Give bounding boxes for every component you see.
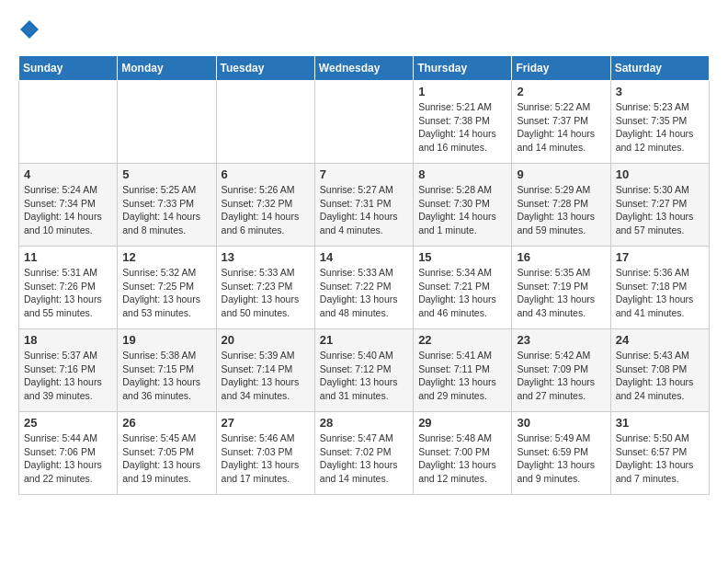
day-info: Sunrise: 5:24 AMSunset: 7:34 PMDaylight:… <box>24 183 112 237</box>
day-info: Sunrise: 5:49 AMSunset: 6:59 PMDaylight:… <box>517 431 605 486</box>
day-number: 26 <box>122 416 210 430</box>
day-number: 11 <box>24 250 112 264</box>
calendar-cell: 22Sunrise: 5:41 AMSunset: 7:11 PMDayligh… <box>414 329 512 412</box>
day-info: Sunrise: 5:32 AMSunset: 7:25 PMDaylight:… <box>122 266 210 320</box>
day-number: 5 <box>122 167 210 181</box>
calendar-table: SundayMondayTuesdayWednesdayThursdayFrid… <box>18 55 710 495</box>
calendar-cell: 17Sunrise: 5:36 AMSunset: 7:18 PMDayligh… <box>610 247 709 329</box>
day-info: Sunrise: 5:27 AMSunset: 7:31 PMDaylight:… <box>320 183 408 237</box>
day-number: 2 <box>517 85 605 98</box>
calendar-cell: 14Sunrise: 5:33 AMSunset: 7:22 PMDayligh… <box>314 247 413 329</box>
day-number: 13 <box>222 250 310 264</box>
column-header-tuesday: Tuesday <box>216 56 314 81</box>
day-info: Sunrise: 5:46 AMSunset: 7:03 PMDaylight:… <box>222 431 310 486</box>
day-info: Sunrise: 5:33 AMSunset: 7:23 PMDaylight:… <box>222 266 310 320</box>
calendar-cell: 16Sunrise: 5:35 AMSunset: 7:19 PMDayligh… <box>512 247 610 329</box>
day-number: 14 <box>320 250 408 264</box>
day-number: 12 <box>122 250 210 264</box>
calendar-week-row: 1Sunrise: 5:21 AMSunset: 7:38 PMDaylight… <box>19 81 710 164</box>
day-number: 16 <box>517 250 605 264</box>
day-number: 23 <box>517 333 605 347</box>
calendar-cell: 28Sunrise: 5:47 AMSunset: 7:02 PMDayligh… <box>314 412 413 495</box>
day-number: 31 <box>616 416 704 430</box>
day-info: Sunrise: 5:40 AMSunset: 7:12 PMDaylight:… <box>320 349 408 403</box>
day-info: Sunrise: 5:23 AMSunset: 7:35 PMDaylight:… <box>616 100 704 155</box>
column-header-friday: Friday <box>512 56 610 81</box>
day-number: 25 <box>24 416 112 430</box>
day-info: Sunrise: 5:41 AMSunset: 7:11 PMDaylight:… <box>418 349 506 403</box>
calendar-header-row: SundayMondayTuesdayWednesdayThursdayFrid… <box>19 56 710 81</box>
calendar-cell: 31Sunrise: 5:50 AMSunset: 6:57 PMDayligh… <box>610 412 709 495</box>
day-number: 27 <box>222 416 310 430</box>
day-info: Sunrise: 5:36 AMSunset: 7:18 PMDaylight:… <box>616 266 704 320</box>
day-number: 3 <box>616 85 704 98</box>
day-info: Sunrise: 5:30 AMSunset: 7:27 PMDaylight:… <box>616 183 704 237</box>
calendar-cell: 12Sunrise: 5:32 AMSunset: 7:25 PMDayligh… <box>118 247 216 329</box>
calendar-cell: 13Sunrise: 5:33 AMSunset: 7:23 PMDayligh… <box>216 247 314 329</box>
calendar-week-row: 18Sunrise: 5:37 AMSunset: 7:16 PMDayligh… <box>19 329 710 412</box>
day-number: 4 <box>24 167 112 181</box>
calendar-cell <box>216 81 314 164</box>
calendar-cell: 23Sunrise: 5:42 AMSunset: 7:09 PMDayligh… <box>512 329 610 412</box>
day-info: Sunrise: 5:28 AMSunset: 7:30 PMDaylight:… <box>418 183 506 237</box>
calendar-cell: 8Sunrise: 5:28 AMSunset: 7:30 PMDaylight… <box>414 164 512 247</box>
calendar-cell: 3Sunrise: 5:23 AMSunset: 7:35 PMDaylight… <box>610 81 709 164</box>
day-info: Sunrise: 5:47 AMSunset: 7:02 PMDaylight:… <box>320 431 408 486</box>
calendar-cell: 21Sunrise: 5:40 AMSunset: 7:12 PMDayligh… <box>314 329 413 412</box>
day-info: Sunrise: 5:22 AMSunset: 7:37 PMDaylight:… <box>517 100 605 155</box>
calendar-cell <box>19 81 118 164</box>
day-info: Sunrise: 5:33 AMSunset: 7:22 PMDaylight:… <box>320 266 408 320</box>
day-info: Sunrise: 5:38 AMSunset: 7:15 PMDaylight:… <box>122 349 210 403</box>
calendar-cell: 10Sunrise: 5:30 AMSunset: 7:27 PMDayligh… <box>610 164 709 247</box>
day-number: 6 <box>222 167 310 181</box>
day-number: 30 <box>517 416 605 430</box>
calendar-cell: 29Sunrise: 5:48 AMSunset: 7:00 PMDayligh… <box>414 412 512 495</box>
day-info: Sunrise: 5:44 AMSunset: 7:06 PMDaylight:… <box>24 431 112 486</box>
logo <box>18 18 44 40</box>
day-number: 20 <box>222 333 310 347</box>
day-info: Sunrise: 5:26 AMSunset: 7:32 PMDaylight:… <box>222 183 310 237</box>
calendar-cell: 11Sunrise: 5:31 AMSunset: 7:26 PMDayligh… <box>19 247 118 329</box>
day-info: Sunrise: 5:25 AMSunset: 7:33 PMDaylight:… <box>122 183 210 237</box>
logo-icon <box>18 18 40 40</box>
calendar-cell <box>314 81 413 164</box>
day-info: Sunrise: 5:35 AMSunset: 7:19 PMDaylight:… <box>517 266 605 320</box>
day-number: 15 <box>418 250 506 264</box>
calendar-cell: 18Sunrise: 5:37 AMSunset: 7:16 PMDayligh… <box>19 329 118 412</box>
calendar-cell: 4Sunrise: 5:24 AMSunset: 7:34 PMDaylight… <box>19 164 118 247</box>
calendar-cell: 1Sunrise: 5:21 AMSunset: 7:38 PMDaylight… <box>414 81 512 164</box>
day-number: 21 <box>320 333 408 347</box>
calendar-cell: 26Sunrise: 5:45 AMSunset: 7:05 PMDayligh… <box>118 412 216 495</box>
calendar-week-row: 4Sunrise: 5:24 AMSunset: 7:34 PMDaylight… <box>19 164 710 247</box>
calendar-cell: 15Sunrise: 5:34 AMSunset: 7:21 PMDayligh… <box>414 247 512 329</box>
day-info: Sunrise: 5:43 AMSunset: 7:08 PMDaylight:… <box>616 349 704 403</box>
calendar-cell: 20Sunrise: 5:39 AMSunset: 7:14 PMDayligh… <box>216 329 314 412</box>
day-number: 9 <box>517 167 605 181</box>
calendar-cell: 7Sunrise: 5:27 AMSunset: 7:31 PMDaylight… <box>314 164 413 247</box>
calendar-cell: 27Sunrise: 5:46 AMSunset: 7:03 PMDayligh… <box>216 412 314 495</box>
calendar-cell: 19Sunrise: 5:38 AMSunset: 7:15 PMDayligh… <box>118 329 216 412</box>
day-number: 18 <box>24 333 112 347</box>
page-header <box>18 18 710 40</box>
day-number: 7 <box>320 167 408 181</box>
day-number: 24 <box>616 333 704 347</box>
calendar-cell: 24Sunrise: 5:43 AMSunset: 7:08 PMDayligh… <box>610 329 709 412</box>
calendar-cell: 25Sunrise: 5:44 AMSunset: 7:06 PMDayligh… <box>19 412 118 495</box>
day-info: Sunrise: 5:48 AMSunset: 7:00 PMDaylight:… <box>418 431 506 486</box>
calendar-week-row: 25Sunrise: 5:44 AMSunset: 7:06 PMDayligh… <box>19 412 710 495</box>
calendar-cell: 30Sunrise: 5:49 AMSunset: 6:59 PMDayligh… <box>512 412 610 495</box>
day-number: 10 <box>616 167 704 181</box>
calendar-cell: 2Sunrise: 5:22 AMSunset: 7:37 PMDaylight… <box>512 81 610 164</box>
day-info: Sunrise: 5:50 AMSunset: 6:57 PMDaylight:… <box>616 431 704 486</box>
day-number: 22 <box>418 333 506 347</box>
day-number: 29 <box>418 416 506 430</box>
day-number: 17 <box>616 250 704 264</box>
calendar-cell: 5Sunrise: 5:25 AMSunset: 7:33 PMDaylight… <box>118 164 216 247</box>
calendar-cell <box>118 81 216 164</box>
column-header-monday: Monday <box>118 56 216 81</box>
day-info: Sunrise: 5:45 AMSunset: 7:05 PMDaylight:… <box>122 431 210 486</box>
calendar-week-row: 11Sunrise: 5:31 AMSunset: 7:26 PMDayligh… <box>19 247 710 329</box>
day-number: 8 <box>418 167 506 181</box>
column-header-sunday: Sunday <box>19 56 118 81</box>
day-info: Sunrise: 5:42 AMSunset: 7:09 PMDaylight:… <box>517 349 605 403</box>
